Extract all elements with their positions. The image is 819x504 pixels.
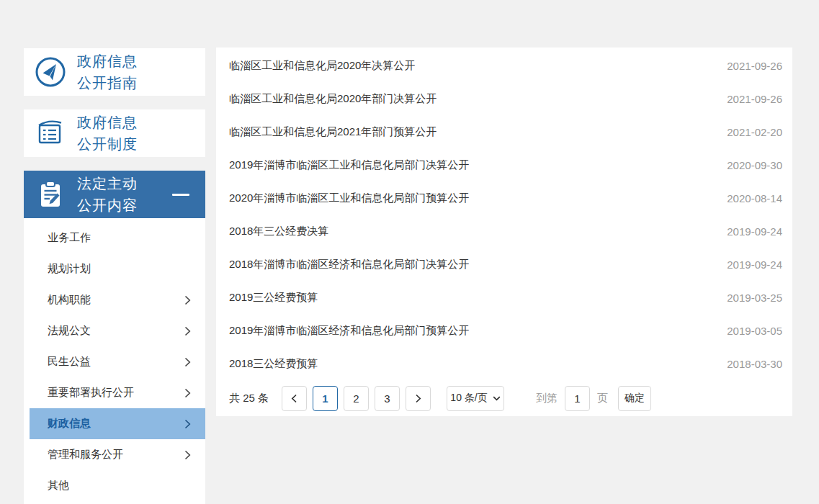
chevron-right-icon — [184, 388, 191, 398]
page-button-2[interactable]: 2 — [344, 386, 369, 411]
guide-label-line2: 公开指南 — [77, 75, 138, 91]
sidebar: 政府信息 公开指南 政府信息 公开制度 — [24, 48, 205, 504]
news-date: 2018-03-30 — [712, 358, 782, 370]
news-date: 2019-03-05 — [712, 325, 782, 337]
news-row[interactable]: 2019年淄博市临淄区经济和信息化局部门预算公开2019-03-05 — [216, 314, 792, 347]
news-title[interactable]: 2019年淄博市临淄区经济和信息化局部门预算公开 — [229, 324, 469, 338]
sidebar-menu-item[interactable]: 管理和服务公开 — [24, 439, 205, 470]
sidebar-card-system-label: 政府信息 公开制度 — [77, 112, 138, 155]
news-title[interactable]: 临淄区工业和信息化局2020年部门决算公开 — [229, 92, 437, 106]
menu-item-label: 法规公文 — [48, 324, 91, 338]
page-size-select[interactable]: 10 条/页 — [447, 386, 504, 411]
news-row[interactable]: 2018三公经费预算2018-03-30 — [216, 347, 792, 380]
minus-icon[interactable] — [172, 194, 189, 196]
ledger-book-icon — [24, 117, 77, 150]
chevron-right-icon — [184, 419, 191, 429]
news-list: 临淄区工业和信息化局2020年决算公开2021-09-26临淄区工业和信息化局2… — [216, 48, 792, 380]
news-row[interactable]: 临淄区工业和信息化局2020年决算公开2021-09-26 — [216, 49, 792, 82]
news-row[interactable]: 2019年淄博市临淄区工业和信息化局部门决算公开2020-09-30 — [216, 148, 792, 181]
goto-page-prefix: 到第 — [536, 392, 558, 405]
sidebar-menu-item[interactable]: 机构职能 — [24, 284, 205, 315]
sidebar-menu-item[interactable]: 重要部署执行公开 — [24, 377, 205, 408]
news-row[interactable]: 2019三公经费预算2019-03-25 — [216, 281, 792, 314]
clipboard-pen-icon — [24, 178, 77, 211]
chevron-right-icon — [184, 450, 191, 460]
legal-label-line1: 法定主动 — [77, 176, 138, 192]
sidebar-menu: 业务工作规划计划机构职能法规公文民生公益重要部署执行公开财政信息管理和服务公开其… — [24, 218, 205, 504]
page-button-1[interactable]: 1 — [313, 386, 338, 411]
news-date: 2021-09-26 — [712, 93, 782, 105]
compass-icon — [24, 55, 77, 89]
news-title[interactable]: 2018三公经费预算 — [229, 357, 318, 371]
sidebar-menu-item[interactable]: 规划计划 — [24, 253, 205, 284]
pagination-total: 共 25 条 — [229, 392, 269, 405]
news-date: 2020-08-14 — [712, 192, 782, 204]
news-title[interactable]: 2018年淄博市临淄区经济和信息化局部门决算公开 — [229, 258, 469, 271]
goto-page-suffix: 页 — [597, 392, 608, 405]
menu-item-label: 民生公益 — [48, 355, 91, 369]
chevron-right-icon — [184, 357, 191, 367]
prev-page-button[interactable] — [282, 386, 307, 411]
legal-label-line2: 公开内容 — [77, 197, 138, 213]
sidebar-menu-item[interactable]: 财政信息 — [30, 408, 205, 439]
news-row[interactable]: 临淄区工业和信息化局2020年部门决算公开2021-09-26 — [216, 82, 792, 115]
news-date: 2019-09-24 — [712, 258, 782, 271]
news-title[interactable]: 2019三公经费预算 — [229, 291, 318, 305]
sidebar-card-legal-disclosure[interactable]: 法定主动 公开内容 — [24, 171, 205, 218]
news-row[interactable]: 2018年三公经费决算2019-09-24 — [216, 215, 792, 248]
sidebar-menu-item[interactable]: 法规公文 — [24, 315, 205, 346]
page-size-label: 10 条/页 — [450, 392, 487, 405]
news-row[interactable]: 临淄区工业和信息化局2021年部门预算公开2021-02-20 — [216, 115, 792, 148]
news-date: 2020-09-30 — [712, 159, 782, 171]
chevron-left-icon — [291, 394, 297, 403]
sidebar-card-legal-label: 法定主动 公开内容 — [77, 173, 138, 216]
confirm-button[interactable]: 确定 — [618, 386, 651, 411]
menu-item-label: 其他 — [48, 479, 69, 492]
news-title[interactable]: 2019年淄博市临淄区工业和信息化局部门决算公开 — [229, 158, 469, 172]
next-page-button[interactable] — [406, 386, 431, 411]
news-title[interactable]: 临淄区工业和信息化局2021年部门预算公开 — [229, 125, 437, 139]
news-title[interactable]: 临淄区工业和信息化局2020年决算公开 — [229, 59, 415, 73]
sidebar-menu-item[interactable]: 民生公益 — [24, 346, 205, 377]
system-label-line1: 政府信息 — [77, 114, 138, 130]
menu-item-label: 管理和服务公开 — [48, 448, 123, 462]
page-button-3[interactable]: 3 — [375, 386, 400, 411]
main-panel: 临淄区工业和信息化局2020年决算公开2021-09-26临淄区工业和信息化局2… — [216, 48, 792, 416]
menu-item-label: 规划计划 — [48, 262, 91, 276]
news-title[interactable]: 2018年三公经费决算 — [229, 225, 328, 238]
news-title[interactable]: 2020年淄博市临淄区工业和信息化局部门预算公开 — [229, 192, 469, 205]
menu-item-label: 重要部署执行公开 — [48, 386, 134, 400]
goto-page-input[interactable] — [565, 386, 590, 411]
chevron-right-icon — [415, 394, 421, 403]
news-date: 2019-03-25 — [712, 292, 782, 304]
sidebar-card-guide[interactable]: 政府信息 公开指南 — [24, 48, 205, 96]
news-date: 2021-02-20 — [712, 126, 782, 138]
menu-item-label: 业务工作 — [48, 231, 91, 245]
news-date: 2019-09-24 — [712, 225, 782, 238]
pagination-bar: 共 25 条 123 10 条/页 到第 页 确定 — [216, 380, 792, 416]
sidebar-card-guide-label: 政府信息 公开指南 — [77, 50, 138, 94]
system-label-line2: 公开制度 — [77, 136, 138, 152]
menu-item-label: 机构职能 — [48, 293, 91, 307]
sidebar-menu-item[interactable]: 业务工作 — [24, 222, 205, 253]
news-date: 2021-09-26 — [712, 60, 782, 72]
news-row[interactable]: 2018年淄博市临淄区经济和信息化局部门决算公开2019-09-24 — [216, 248, 792, 281]
news-row[interactable]: 2020年淄博市临淄区工业和信息化局部门预算公开2020-08-14 — [216, 181, 792, 215]
sidebar-menu-item[interactable]: 其他 — [24, 470, 205, 501]
sidebar-card-system[interactable]: 政府信息 公开制度 — [24, 109, 205, 157]
menu-item-label: 财政信息 — [48, 417, 91, 431]
chevron-right-icon — [184, 326, 191, 336]
guide-label-line1: 政府信息 — [77, 53, 138, 69]
chevron-right-icon — [184, 295, 191, 305]
page-number-buttons: 123 — [313, 386, 406, 411]
chevron-down-icon — [493, 396, 501, 401]
